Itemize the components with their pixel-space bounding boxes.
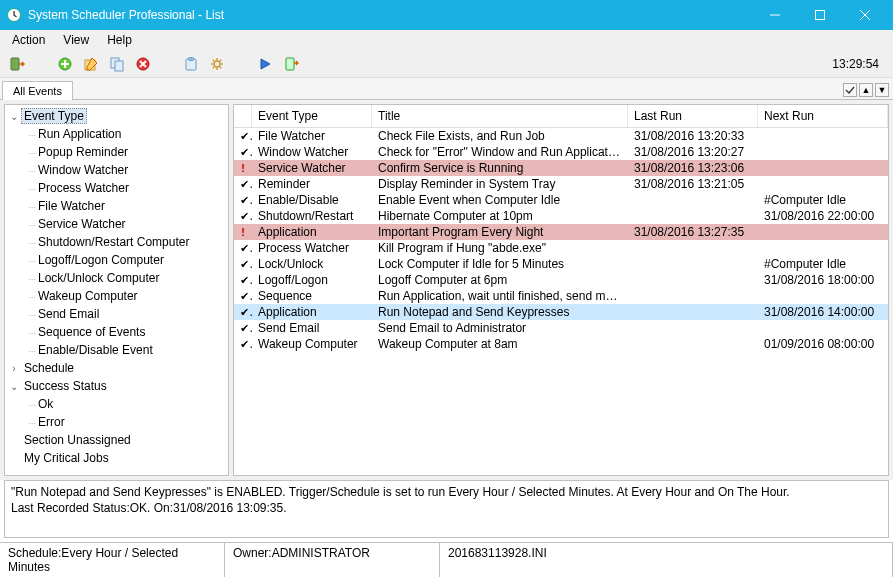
tree-leaf[interactable]: Ok [21,395,226,413]
menu-help[interactable]: Help [99,31,140,49]
list-row[interactable]: ✔Logoff/LogonLogoff Computer at 6pm31/08… [234,272,888,288]
check-icon: ✔ [234,288,252,304]
cell-event-type: Application [252,304,372,320]
tree-leaf[interactable]: Enable/Disable Event [21,341,226,359]
delete-button[interactable] [132,53,154,75]
tree-leaf[interactable]: Wakeup Computer [21,287,226,305]
list-row[interactable]: ✔Shutdown/RestartHibernate Computer at 1… [234,208,888,224]
cell-event-type: Enable/Disable [252,192,372,208]
check-icon: ✔ [234,240,252,256]
list-row[interactable]: ✔Send EmailSend Email to Administrator [234,320,888,336]
col-event-type[interactable]: Event Type [252,105,372,127]
tree-leaf[interactable]: Lock/Unlock Computer [21,269,226,287]
collapse-icon[interactable]: ⌄ [7,111,21,122]
tree-node[interactable]: ›Schedule [7,359,226,377]
cell-last-run [628,295,758,297]
col-status[interactable] [234,105,252,127]
list-row[interactable]: ✔ApplicationRun Notepad and Send Keypres… [234,304,888,320]
cell-title: Logoff Computer at 6pm [372,272,628,288]
tree-leaf[interactable]: Popup Reminder [21,143,226,161]
svg-rect-2 [11,58,19,70]
tree-leaf[interactable]: Send Email [21,305,226,323]
error-icon: ! [234,160,252,176]
status-schedule: Schedule:Every Hour / Selected Minutes [0,543,225,577]
tree-label[interactable]: Success Status [21,378,110,394]
check-button[interactable] [843,83,857,97]
maximize-button[interactable] [797,0,842,30]
tree-leaf[interactable]: Logoff/Logon Computer [21,251,226,269]
copy-button[interactable] [106,53,128,75]
down-button[interactable]: ▼ [875,83,889,97]
tree-node[interactable]: ⌄Event Type [7,107,226,125]
tree-label[interactable]: My Critical Jobs [21,450,112,466]
cell-last-run [628,343,758,345]
tree-leaf[interactable]: File Watcher [21,197,226,215]
clipboard-button[interactable] [180,53,202,75]
list-row[interactable]: ✔Wakeup ComputerWakeup Computer at 8am01… [234,336,888,352]
cell-last-run [628,215,758,217]
cell-last-run [628,247,758,249]
list-header: Event Type Title Last Run Next Run [234,105,888,128]
titlebar: System Scheduler Professional - List [0,0,893,30]
tree-panel[interactable]: ⌄Event TypeRun ApplicationPopup Reminder… [4,104,229,476]
tree-leaf[interactable]: Window Watcher [21,161,226,179]
settings-button[interactable] [206,53,228,75]
list-row[interactable]: ✔Window WatcherCheck for "Error" Window … [234,144,888,160]
new-button[interactable] [54,53,76,75]
list-row[interactable]: ✔SequenceRun Application, wait until fin… [234,288,888,304]
list-row[interactable]: ✔Enable/DisableEnable Event when Compute… [234,192,888,208]
svg-point-10 [214,61,220,67]
cell-event-type: Reminder [252,176,372,192]
expand-icon[interactable]: › [7,363,21,374]
col-title[interactable]: Title [372,105,628,127]
cell-last-run: 31/08/2016 13:20:33 [628,128,758,144]
tree-label[interactable]: Schedule [21,360,77,376]
status-bar: Schedule:Every Hour / Selected Minutes O… [0,542,893,577]
run-button[interactable] [254,53,276,75]
cell-last-run [628,279,758,281]
tree-node[interactable]: ⌄Success Status [7,377,226,395]
list-row[interactable]: !ApplicationImportant Program Every Nigh… [234,224,888,240]
cell-event-type: Process Watcher [252,240,372,256]
tree-leaf[interactable]: Sequence of Events [21,323,226,341]
list-row[interactable]: ✔File WatcherCheck File Exists, and Run … [234,128,888,144]
cell-title: Run Notepad and Send Keypresses [372,304,628,320]
tree-leaf[interactable]: Error [21,413,226,431]
cell-next-run: #Computer Idle [758,192,888,208]
cell-title: Check for "Error" Window and Run Applica… [372,144,628,160]
log-button[interactable] [280,53,302,75]
status-file: 201683113928.INI [440,543,893,577]
tab-all-events[interactable]: All Events [2,81,73,100]
cell-last-run [628,327,758,329]
cell-event-type: Application [252,224,372,240]
cell-next-run [758,327,888,329]
tree-leaf[interactable]: Shutdown/Restart Computer [21,233,226,251]
list-row[interactable]: !Service WatcherConfirm Service is Runni… [234,160,888,176]
close-button[interactable] [842,0,887,30]
tree-label[interactable]: Event Type [21,108,87,124]
cell-event-type: Sequence [252,288,372,304]
cell-next-run [758,295,888,297]
cell-title: Lock Computer if Idle for 5 Minutes [372,256,628,272]
tree-leaf[interactable]: Process Watcher [21,179,226,197]
list-row[interactable]: ✔Process WatcherKill Program if Hung "ab… [234,240,888,256]
menu-action[interactable]: Action [4,31,53,49]
menu-view[interactable]: View [55,31,97,49]
edit-button[interactable] [80,53,102,75]
tree-leaf[interactable]: Service Watcher [21,215,226,233]
exit-button[interactable] [6,53,28,75]
cell-title: Check File Exists, and Run Job [372,128,628,144]
col-next-run[interactable]: Next Run [758,105,888,127]
collapse-icon[interactable]: ⌄ [7,381,21,392]
col-last-run[interactable]: Last Run [628,105,758,127]
tree-label[interactable]: Section Unassigned [21,432,134,448]
list-panel[interactable]: Event Type Title Last Run Next Run ✔File… [233,104,889,476]
minimize-button[interactable] [752,0,797,30]
list-row[interactable]: ✔Lock/UnlockLock Computer if Idle for 5 … [234,256,888,272]
tree-leaf[interactable]: Run Application [21,125,226,143]
list-row[interactable]: ✔ReminderDisplay Reminder in System Tray… [234,176,888,192]
tree-node[interactable]: Section Unassigned [7,431,226,449]
tree-node[interactable]: My Critical Jobs [7,449,226,467]
up-button[interactable]: ▲ [859,83,873,97]
cell-title: Run Application, wait until finished, se… [372,288,628,304]
